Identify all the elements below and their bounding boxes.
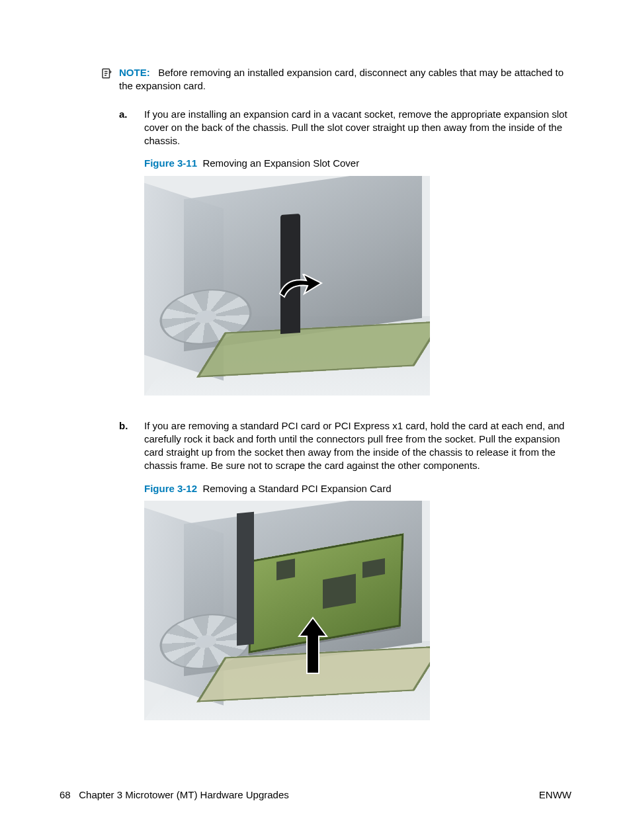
figure-3-11-caption: Figure 3-11 Removing an Expansion Slot C…: [144, 157, 571, 170]
substep-a-body: If you are installing an expansion card …: [144, 108, 571, 410]
note-label: NOTE:: [119, 67, 150, 78]
substep-b-marker: b.: [119, 419, 144, 433]
note-text: NOTE: Before removing an installed expan…: [119, 66, 571, 93]
figure-3-11-number: Figure 3-11: [144, 157, 197, 169]
footer-right: ENWW: [539, 788, 571, 802]
figure-3-12-title: Removing a Standard PCI Expansion Card: [202, 483, 391, 494]
figure-3-12-number: Figure 3-12: [144, 483, 197, 494]
page-footer: 68 Chapter 3 Microtower (MT) Hardware Up…: [60, 788, 571, 802]
page-number: 68: [60, 789, 71, 800]
substep-b: b. If you are removing a standard PCI ca…: [119, 419, 571, 735]
figure-3-12-image: [144, 501, 430, 720]
figure-3-11-image: [144, 176, 430, 396]
substep-b-text: If you are removing a standard PCI card …: [144, 420, 564, 472]
figure-3-11-title: Removing an Expansion Slot Cover: [202, 157, 359, 169]
page: NOTE: Before removing an installed expan…: [0, 0, 631, 840]
note-body: Before removing an installed expansion c…: [119, 67, 564, 91]
substep-a-marker: a.: [119, 108, 144, 121]
footer-left: 68 Chapter 3 Microtower (MT) Hardware Up…: [60, 788, 289, 802]
substep-a: a. If you are installing an expansion ca…: [119, 108, 571, 410]
note-block: NOTE: Before removing an installed expan…: [101, 66, 571, 93]
figure-3-12-caption: Figure 3-12 Removing a Standard PCI Expa…: [144, 482, 571, 495]
substeps-list: a. If you are installing an expansion ca…: [119, 108, 571, 735]
chapter-title: Chapter 3 Microtower (MT) Hardware Upgra…: [79, 789, 289, 800]
substep-b-body: If you are removing a standard PCI card …: [144, 419, 571, 735]
note-icon: [101, 67, 115, 83]
substep-a-text: If you are installing an expansion card …: [144, 108, 568, 147]
